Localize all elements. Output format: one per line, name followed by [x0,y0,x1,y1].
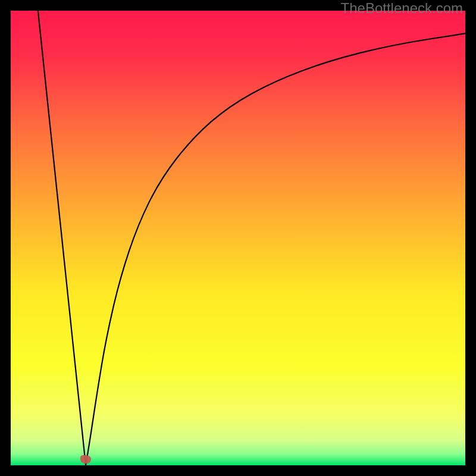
optimal-marker [80,455,91,464]
chart-frame [11,11,465,465]
bottleneck-chart [11,11,465,465]
watermark-label: TheBottleneck.com [341,0,463,17]
